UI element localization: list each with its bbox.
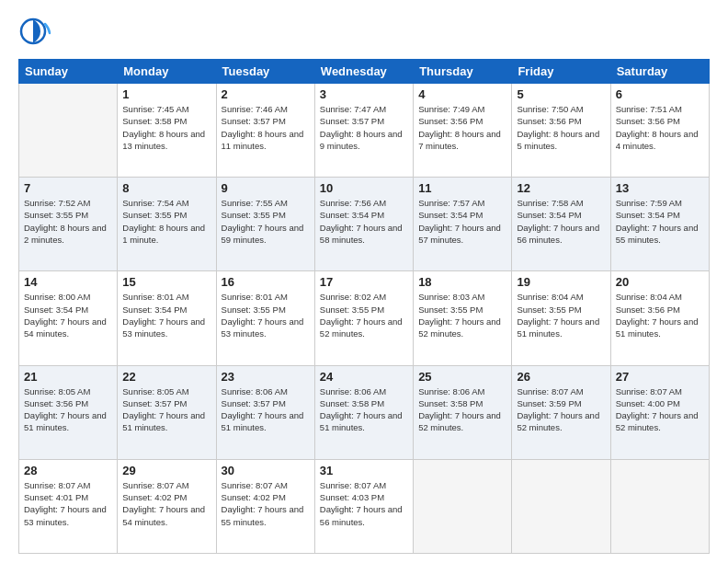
day-number: 9 [222, 181, 310, 195]
day-info: Sunrise: 8:06 AMSunset: 3:58 PMDaylight:… [418, 385, 506, 434]
calendar-cell: 8Sunrise: 7:54 AMSunset: 3:55 PMDaylight… [118, 178, 216, 271]
day-number: 14 [24, 275, 112, 289]
day-number: 11 [418, 181, 506, 195]
calendar-cell: 28Sunrise: 8:07 AMSunset: 4:01 PMDayligh… [19, 459, 118, 553]
calendar-cell [512, 459, 610, 553]
day-number: 29 [122, 464, 210, 477]
weekday-header-thursday: Thursday [414, 60, 512, 84]
calendar-cell: 17Sunrise: 8:02 AMSunset: 3:55 PMDayligh… [314, 271, 413, 365]
day-info: Sunrise: 8:06 AMSunset: 3:57 PMDaylight:… [222, 385, 310, 434]
day-number: 15 [122, 275, 210, 289]
day-number: 27 [616, 370, 704, 384]
day-info: Sunrise: 7:50 AMSunset: 3:56 PMDaylight:… [517, 103, 605, 152]
weekday-header-wednesday: Wednesday [314, 60, 413, 84]
calendar-cell: 4Sunrise: 7:49 AMSunset: 3:56 PMDaylight… [414, 84, 512, 178]
calendar-cell: 27Sunrise: 8:07 AMSunset: 4:00 PMDayligh… [610, 365, 709, 459]
day-number: 2 [222, 87, 310, 101]
day-number: 7 [24, 181, 112, 195]
day-number: 5 [517, 87, 605, 101]
day-number: 24 [320, 370, 408, 384]
day-info: Sunrise: 8:01 AMSunset: 3:54 PMDaylight:… [122, 291, 210, 339]
calendar-cell [414, 459, 512, 553]
day-info: Sunrise: 7:46 AMSunset: 3:57 PMDaylight:… [222, 103, 310, 152]
day-info: Sunrise: 7:51 AMSunset: 3:56 PMDaylight:… [616, 103, 704, 152]
weekday-header-monday: Monday [118, 60, 216, 84]
calendar-cell: 20Sunrise: 8:04 AMSunset: 3:56 PMDayligh… [610, 271, 709, 365]
day-info: Sunrise: 8:05 AMSunset: 3:57 PMDaylight:… [122, 385, 210, 434]
calendar-cell: 25Sunrise: 8:06 AMSunset: 3:58 PMDayligh… [414, 365, 512, 459]
day-info: Sunrise: 8:07 AMSunset: 4:02 PMDaylight:… [222, 479, 310, 528]
day-info: Sunrise: 8:07 AMSunset: 4:00 PMDaylight:… [616, 385, 704, 434]
day-info: Sunrise: 8:04 AMSunset: 3:56 PMDaylight:… [616, 291, 704, 339]
day-number: 6 [616, 87, 704, 101]
day-number: 28 [24, 464, 112, 477]
calendar-cell: 9Sunrise: 7:55 AMSunset: 3:55 PMDaylight… [216, 178, 314, 271]
day-info: Sunrise: 8:03 AMSunset: 3:55 PMDaylight:… [418, 291, 506, 339]
day-info: Sunrise: 8:06 AMSunset: 3:58 PMDaylight:… [320, 385, 408, 434]
day-info: Sunrise: 8:01 AMSunset: 3:55 PMDaylight:… [222, 291, 310, 339]
day-number: 30 [222, 464, 310, 477]
day-info: Sunrise: 7:54 AMSunset: 3:55 PMDaylight:… [122, 197, 210, 246]
calendar-week-row: 7Sunrise: 7:52 AMSunset: 3:55 PMDaylight… [19, 178, 710, 271]
day-number: 13 [616, 181, 704, 195]
calendar-cell: 5Sunrise: 7:50 AMSunset: 3:56 PMDaylight… [512, 84, 610, 178]
day-info: Sunrise: 7:59 AMSunset: 3:54 PMDaylight:… [616, 197, 704, 246]
calendar-cell [610, 459, 709, 553]
calendar-week-row: 14Sunrise: 8:00 AMSunset: 3:54 PMDayligh… [19, 271, 710, 365]
calendar-cell: 15Sunrise: 8:01 AMSunset: 3:54 PMDayligh… [118, 271, 216, 365]
logo [18, 15, 53, 52]
header [18, 15, 710, 52]
day-number: 25 [418, 370, 506, 384]
calendar-cell: 11Sunrise: 7:57 AMSunset: 3:54 PMDayligh… [414, 178, 512, 271]
day-number: 19 [517, 275, 605, 289]
calendar-cell: 19Sunrise: 8:04 AMSunset: 3:55 PMDayligh… [512, 271, 610, 365]
calendar-cell: 24Sunrise: 8:06 AMSunset: 3:58 PMDayligh… [314, 365, 413, 459]
day-info: Sunrise: 8:00 AMSunset: 3:54 PMDaylight:… [24, 291, 112, 339]
calendar-cell: 18Sunrise: 8:03 AMSunset: 3:55 PMDayligh… [414, 271, 512, 365]
day-number: 26 [517, 370, 605, 384]
day-info: Sunrise: 7:49 AMSunset: 3:56 PMDaylight:… [418, 103, 506, 152]
calendar-cell: 12Sunrise: 7:58 AMSunset: 3:54 PMDayligh… [512, 178, 610, 271]
calendar-cell: 30Sunrise: 8:07 AMSunset: 4:02 PMDayligh… [216, 459, 314, 553]
day-number: 12 [517, 181, 605, 195]
calendar-cell: 23Sunrise: 8:06 AMSunset: 3:57 PMDayligh… [216, 365, 314, 459]
day-number: 1 [122, 87, 210, 101]
day-info: Sunrise: 7:55 AMSunset: 3:55 PMDaylight:… [222, 197, 310, 246]
calendar-cell: 6Sunrise: 7:51 AMSunset: 3:56 PMDaylight… [610, 84, 709, 178]
weekday-header-saturday: Saturday [610, 60, 709, 84]
calendar-table: SundayMondayTuesdayWednesdayThursdayFrid… [18, 59, 710, 554]
day-number: 8 [122, 181, 210, 195]
day-info: Sunrise: 8:07 AMSunset: 4:02 PMDaylight:… [122, 479, 210, 528]
weekday-header-sunday: Sunday [19, 60, 118, 84]
calendar-cell: 29Sunrise: 8:07 AMSunset: 4:02 PMDayligh… [118, 459, 216, 553]
calendar-cell: 31Sunrise: 8:07 AMSunset: 4:03 PMDayligh… [314, 459, 413, 553]
day-number: 21 [24, 370, 112, 384]
day-info: Sunrise: 8:02 AMSunset: 3:55 PMDaylight:… [320, 291, 408, 339]
weekday-header-friday: Friday [512, 60, 610, 84]
day-info: Sunrise: 7:52 AMSunset: 3:55 PMDaylight:… [24, 197, 112, 246]
calendar-header-row: SundayMondayTuesdayWednesdayThursdayFrid… [19, 60, 710, 84]
day-number: 31 [320, 464, 408, 477]
day-info: Sunrise: 8:07 AMSunset: 4:01 PMDaylight:… [24, 479, 112, 528]
day-number: 10 [320, 181, 408, 195]
day-number: 23 [222, 370, 310, 384]
calendar-cell [19, 84, 118, 178]
calendar-cell: 21Sunrise: 8:05 AMSunset: 3:56 PMDayligh… [19, 365, 118, 459]
calendar-cell: 26Sunrise: 8:07 AMSunset: 3:59 PMDayligh… [512, 365, 610, 459]
day-info: Sunrise: 7:57 AMSunset: 3:54 PMDaylight:… [418, 197, 506, 246]
day-info: Sunrise: 8:04 AMSunset: 3:55 PMDaylight:… [517, 291, 605, 339]
calendar-cell: 10Sunrise: 7:56 AMSunset: 3:54 PMDayligh… [314, 178, 413, 271]
calendar-week-row: 28Sunrise: 8:07 AMSunset: 4:01 PMDayligh… [19, 459, 710, 553]
day-info: Sunrise: 7:58 AMSunset: 3:54 PMDaylight:… [517, 197, 605, 246]
day-info: Sunrise: 8:07 AMSunset: 3:59 PMDaylight:… [517, 385, 605, 434]
calendar-cell: 7Sunrise: 7:52 AMSunset: 3:55 PMDaylight… [19, 178, 118, 271]
day-number: 3 [320, 87, 408, 101]
day-number: 16 [222, 275, 310, 289]
day-number: 20 [616, 275, 704, 289]
calendar-week-row: 21Sunrise: 8:05 AMSunset: 3:56 PMDayligh… [19, 365, 710, 459]
logo-icon [18, 15, 51, 48]
calendar-week-row: 1Sunrise: 7:45 AMSunset: 3:58 PMDaylight… [19, 84, 710, 178]
calendar-cell: 2Sunrise: 7:46 AMSunset: 3:57 PMDaylight… [216, 84, 314, 178]
day-number: 17 [320, 275, 408, 289]
calendar-cell: 3Sunrise: 7:47 AMSunset: 3:57 PMDaylight… [314, 84, 413, 178]
